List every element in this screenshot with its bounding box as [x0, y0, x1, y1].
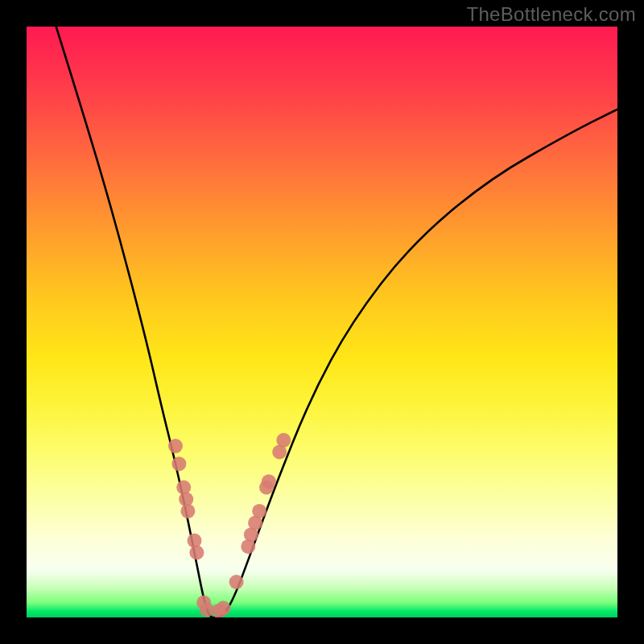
bottleneck-curve [56, 27, 617, 617]
marker-point [276, 433, 291, 448]
marker-group [168, 433, 291, 617]
marker-point [171, 456, 186, 471]
chart-frame: TheBottleneck.com [0, 0, 644, 644]
marker-point [180, 504, 195, 518]
marker-point [216, 601, 230, 615]
marker-point [262, 474, 276, 489]
marker-point [252, 504, 266, 518]
marker-point [229, 575, 244, 589]
plot-area [27, 27, 617, 617]
marker-point [168, 439, 183, 453]
bottleneck-curve-svg [27, 27, 617, 617]
marker-point [189, 545, 204, 559]
watermark-text: TheBottleneck.com [466, 3, 636, 26]
